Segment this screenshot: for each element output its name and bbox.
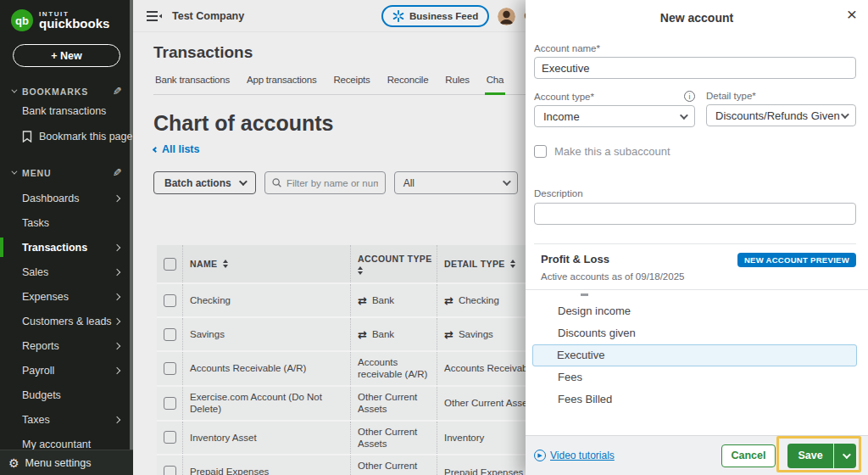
play-icon: ▶ xyxy=(534,450,546,461)
company-name[interactable]: Test Company xyxy=(172,10,244,22)
chevron-down-icon xyxy=(842,450,850,459)
menu-settings[interactable]: ⚙ Menu settings xyxy=(0,450,133,475)
account-name-cell: Checking xyxy=(190,294,231,306)
sidebar-menu-item[interactable]: Payroll xyxy=(0,358,133,383)
sidebar-scrollbar[interactable] xyxy=(130,0,133,450)
preview-account-item[interactable]: Design income xyxy=(534,300,856,322)
bookmarks-section-header[interactable]: BOOKMARKS ✎ xyxy=(0,85,133,98)
preview-account-item[interactable]: Fees Billed xyxy=(534,388,856,411)
filter-search-box[interactable] xyxy=(264,171,386,194)
detail-type-column-label: DETAIL TYPE xyxy=(444,259,505,269)
menu-item-label: Taxes xyxy=(22,414,50,426)
sidebar-menu-item[interactable]: Customers & leads xyxy=(0,309,133,333)
menu-item-label: My accountant xyxy=(22,439,91,450)
menu-item-label: Dashboards xyxy=(22,193,79,204)
sidebar-menu-item[interactable]: Taxes xyxy=(0,407,133,432)
chevron-right-icon xyxy=(114,317,120,324)
filter-input[interactable] xyxy=(287,178,378,188)
description-input[interactable] xyxy=(534,203,856,225)
row-checkbox[interactable] xyxy=(164,294,176,307)
preview-account-item[interactable]: Discounts given xyxy=(534,322,856,344)
sidebar-menu-item[interactable]: Tasks xyxy=(0,210,133,235)
sidebar: qb INTUIT quickbooks + New BOOKMARKS ✎ B… xyxy=(0,0,133,475)
column-header-name[interactable]: NAME xyxy=(182,245,350,282)
account-type-cell: Accounts receivable (A/R) xyxy=(358,356,430,381)
sidebar-menu-item[interactable]: Reports xyxy=(0,333,133,358)
select-all-checkbox[interactable] xyxy=(164,258,176,271)
account-name-input[interactable] xyxy=(534,57,856,79)
detail-type-select[interactable]: Discounts/Refunds Given xyxy=(706,104,856,126)
tab[interactable]: App transactions xyxy=(245,75,318,94)
row-checkbox[interactable] xyxy=(164,397,176,410)
sidebar-menu: Dashboards Tasks Transactions Sales Expe… xyxy=(0,186,133,475)
preview-account-label: Fees Billed xyxy=(558,393,612,405)
row-checkbox[interactable] xyxy=(164,362,176,375)
sidebar-item-bank-transactions[interactable]: Bank transactions xyxy=(0,99,133,123)
chevron-down-icon xyxy=(841,110,849,119)
account-name-cell: Inventory Asset xyxy=(190,432,257,444)
save-button[interactable]: Save xyxy=(787,444,833,468)
new-button[interactable]: + New xyxy=(13,44,120,67)
bookmarks-header-label: BOOKMARKS xyxy=(22,87,88,97)
tab[interactable]: Receipts xyxy=(331,75,371,94)
tab[interactable]: Reconcile xyxy=(386,75,431,94)
video-tutorials-link[interactable]: ▶ Video tutorials xyxy=(534,450,615,461)
account-type-select[interactable]: Income xyxy=(534,105,695,127)
detail-type-cell: Checking xyxy=(459,295,499,305)
chevron-right-icon xyxy=(114,366,120,373)
cancel-button[interactable]: Cancel xyxy=(721,444,776,467)
row-checkbox[interactable] xyxy=(164,466,176,475)
chevron-right-icon xyxy=(114,243,120,250)
user-avatar[interactable] xyxy=(498,8,515,25)
info-icon[interactable]: i xyxy=(684,91,695,102)
all-lists-link[interactable]: All lists xyxy=(153,143,221,155)
sidebar-item-bookmark-this-page[interactable]: Bookmark this page xyxy=(0,125,133,148)
name-column-label: NAME xyxy=(190,259,218,269)
filter-type-dropdown[interactable]: All xyxy=(394,171,518,194)
save-options-button[interactable] xyxy=(833,444,856,468)
detail-type-cell: Inventory xyxy=(444,433,484,443)
column-header-account-type[interactable]: ACCOUNT TYPE ? xyxy=(350,245,437,282)
panel-title: New account xyxy=(526,11,868,25)
sidebar-menu-item[interactable]: Sales xyxy=(0,260,133,284)
row-checkbox[interactable] xyxy=(164,328,176,341)
edit-pencil-icon[interactable]: ✎ xyxy=(112,85,122,98)
account-name-cell: Accounts Receivable (A/R) xyxy=(190,362,306,374)
tab[interactable]: Cha xyxy=(485,75,506,95)
quickbooks-logo-icon: qb xyxy=(11,9,33,31)
chevron-right-icon xyxy=(114,342,120,349)
description-label: Description xyxy=(534,188,856,198)
preview-account-item[interactable]: Executive xyxy=(532,344,857,366)
chevron-down-icon xyxy=(11,169,17,175)
chevron-down-icon xyxy=(680,111,688,120)
detail-type-label: Detail type* xyxy=(706,91,756,101)
sidebar-menu-item[interactable]: Dashboards xyxy=(0,186,133,210)
sparkle-icon xyxy=(392,10,404,22)
tab[interactable]: Bank transactions xyxy=(153,75,231,94)
tab-label: Rules xyxy=(445,75,469,85)
sidebar-menu-item[interactable]: Expenses xyxy=(0,284,133,309)
close-icon[interactable]: × xyxy=(847,5,857,23)
tab[interactable]: Rules xyxy=(443,75,470,94)
bank-transfer-icon: ⇄ xyxy=(358,329,367,340)
bank-transfer-icon: ⇄ xyxy=(444,295,453,306)
bookmark-item-label: Bookmark this page xyxy=(39,131,132,142)
menu-section-header[interactable]: MENU ✎ xyxy=(0,166,133,179)
batch-actions-button[interactable]: Batch actions xyxy=(153,171,256,194)
business-feed-label: Business Feed xyxy=(409,11,478,21)
account-type-cell: Bank xyxy=(372,294,394,306)
collapse-menu-icon[interactable] xyxy=(147,10,162,22)
sidebar-menu-item[interactable]: Budgets xyxy=(0,383,133,407)
row-checkbox[interactable] xyxy=(164,431,176,444)
bank-transfer-icon: ⇄ xyxy=(358,295,367,306)
account-type-cell: Other Current Assets xyxy=(358,426,430,450)
subaccount-checkbox[interactable] xyxy=(534,145,547,158)
business-feed-button[interactable]: Business Feed xyxy=(381,5,489,27)
sidebar-menu-item[interactable]: Transactions xyxy=(0,235,133,260)
menu-header-label: MENU xyxy=(22,168,52,178)
subaccount-label: Make this a subaccount xyxy=(554,145,670,158)
edit-pencil-icon[interactable]: ✎ xyxy=(112,166,122,179)
preview-account-item[interactable]: Fees xyxy=(534,366,856,388)
account-type-cell: Other Current Assets xyxy=(358,391,430,416)
preview-account-label: Design income xyxy=(558,305,631,317)
